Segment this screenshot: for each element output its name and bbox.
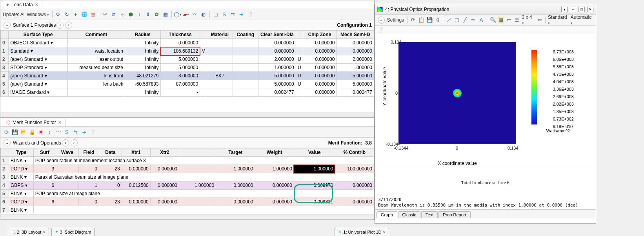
col-header[interactable]: % Contrib: [335, 148, 374, 157]
settings-label[interactable]: Settings: [387, 17, 404, 23]
cell[interactable]: 0.000000: [160, 39, 200, 47]
print-icon[interactable]: 🖨: [434, 16, 441, 24]
col-header[interactable]: Field: [78, 148, 99, 157]
col-header[interactable]: [1, 31, 9, 39]
window-icon[interactable]: ▭: [506, 16, 512, 24]
cell[interactable]: 0.000000: [303, 39, 337, 47]
cell[interactable]: waist location: [68, 47, 125, 55]
minimize-button[interactable]: –: [570, 7, 576, 12]
refresh-all-icon[interactable]: ↻: [64, 11, 71, 18]
cell[interactable]: (aper) Standard ▾: [9, 55, 68, 64]
cell[interactable]: 0.000000: [255, 181, 294, 190]
expand-wizards-button[interactable]: ⌄: [4, 139, 11, 146]
page-icon[interactable]: ▢: [212, 11, 219, 18]
cell[interactable]: [200, 39, 207, 47]
type-cell[interactable]: BLNK ▾: [9, 190, 33, 198]
tab-universal-plot[interactable]: ※1: Universal Plot 1D×: [335, 228, 389, 236]
cell[interactable]: 6: [33, 181, 56, 190]
cell[interactable]: 3.000000: [160, 72, 200, 80]
cell[interactable]: 0.000000: [335, 181, 374, 190]
cell[interactable]: Standard ▾: [9, 47, 68, 55]
maximize-button[interactable]: □: [579, 7, 585, 12]
col-header[interactable]: Chip Zone: [303, 31, 337, 39]
expand-settings-button[interactable]: ⌄: [378, 16, 385, 24]
cell[interactable]: 0.000000: [122, 198, 150, 206]
cut-icon[interactable]: ✂: [102, 11, 109, 18]
cell[interactable]: (aper) Standard ▾: [9, 80, 68, 88]
cell[interactable]: 0: [99, 181, 122, 190]
col-header[interactable]: Radius: [125, 31, 160, 39]
cell[interactable]: 0.002477: [258, 88, 296, 97]
col-header[interactable]: [296, 31, 303, 39]
cell[interactable]: [296, 47, 303, 55]
layers-icon[interactable]: ▦: [89, 11, 96, 18]
cell[interactable]: [200, 72, 207, 80]
cell[interactable]: 0.009970: [294, 181, 335, 190]
cell[interactable]: [207, 80, 233, 88]
cell[interactable]: Infinity: [125, 39, 160, 47]
cell[interactable]: 0.000000: [303, 47, 337, 55]
cell[interactable]: IMAGE Standard ▾: [9, 88, 68, 97]
link-icon[interactable]: ↕: [136, 11, 143, 18]
cell[interactable]: [233, 55, 258, 64]
cell[interactable]: 0: [1, 39, 9, 47]
merit-table-scroll[interactable]: TypeSurfWaveFieldDataXtr1Xtr2TargetWeigh…: [0, 148, 374, 213]
automatic-dropdown[interactable]: Automatic: [571, 15, 593, 26]
tab-spot-diagram[interactable]: ✦3: Spot Diagram: [51, 228, 95, 236]
cell[interactable]: 0.002477: [337, 88, 374, 97]
cell[interactable]: [233, 47, 258, 55]
globe-icon[interactable]: 🌐: [81, 11, 88, 18]
stack-icon[interactable]: ☰: [514, 16, 520, 24]
cell[interactable]: Infinity: [125, 47, 160, 55]
cell[interactable]: [207, 64, 233, 72]
cell[interactable]: [207, 88, 233, 97]
rect-icon[interactable]: ▢: [454, 16, 460, 24]
cell[interactable]: 0.000000: [150, 181, 179, 190]
cell[interactable]: 1.000000: [179, 181, 216, 190]
cell[interactable]: measured beam size: [68, 64, 125, 72]
target-icon[interactable]: ⌖: [537, 16, 543, 24]
blnk-text[interactable]: [33, 206, 374, 214]
cell[interactable]: BK7: [207, 72, 233, 80]
cell[interactable]: 1.000000: [337, 64, 374, 72]
cell[interactable]: -60.587893: [125, 80, 160, 88]
tool-icon[interactable]: ⬢: [127, 11, 135, 18]
sort-icon[interactable]: ↕: [46, 129, 53, 136]
cell[interactable]: [233, 80, 258, 88]
col-header[interactable]: Data: [99, 148, 122, 157]
paste-icon[interactable]: ⎀: [119, 11, 126, 18]
col-header[interactable]: Wave: [56, 148, 79, 157]
cell[interactable]: [200, 64, 207, 72]
cell[interactable]: 0.000000: [150, 165, 179, 173]
cell[interactable]: Infinity: [125, 64, 160, 72]
cell[interactable]: 0.000000: [303, 88, 337, 97]
type-cell[interactable]: BLNK ▾: [9, 157, 33, 165]
blnk-text[interactable]: POP beam size at image plane: [33, 190, 374, 198]
cell[interactable]: 0.000000: [337, 47, 374, 55]
type-cell[interactable]: BLNK ▾: [9, 206, 33, 214]
cell[interactable]: 0.000000: [122, 165, 150, 173]
cell[interactable]: 0.000000: [303, 80, 337, 88]
lens-data-tab[interactable]: ⌖ Lens Data ×: [2, 1, 42, 8]
col-header[interactable]: Material: [207, 31, 233, 39]
table-row[interactable]: 1 Standard ▾waist locationInfinity105.68…: [1, 47, 374, 55]
table-row[interactable]: 4(aper) Standard ▾lens front48.0212793.0…: [1, 72, 374, 80]
table-row[interactable]: 7BLNK ▾: [1, 206, 374, 214]
refresh-icon[interactable]: ⟳: [3, 129, 10, 136]
copy-icon[interactable]: ⧉: [110, 11, 117, 18]
move-icon[interactable]: ⇕: [145, 11, 152, 18]
refresh-icon[interactable]: ⟳: [410, 16, 417, 24]
lock-icon[interactable]: 🔒: [29, 129, 36, 136]
cell[interactable]: 1.000000: [216, 165, 255, 173]
next-operand-button[interactable]: ›: [71, 139, 78, 146]
standard-dropdown[interactable]: Standard: [548, 15, 568, 26]
cell[interactable]: 5.000000: [337, 72, 374, 80]
col-header[interactable]: Xtr1: [122, 148, 150, 157]
cell[interactable]: 100.000000: [335, 165, 374, 173]
close-icon[interactable]: ×: [35, 2, 38, 7]
cell[interactable]: OBJECT Standard ▾: [9, 39, 68, 47]
grid-size-dropdown[interactable]: 3 x 4: [522, 15, 534, 26]
cell[interactable]: 0.000000: [216, 181, 255, 190]
cell[interactable]: lens back: [68, 80, 125, 88]
cell[interactable]: [233, 64, 258, 72]
